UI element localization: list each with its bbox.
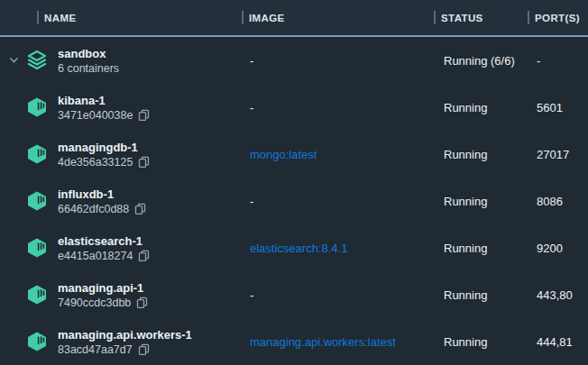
image-text: - bbox=[250, 54, 253, 68]
name-block: sandbox 6 containers bbox=[58, 47, 119, 75]
copy-icon[interactable] bbox=[138, 343, 150, 356]
image-cell: - bbox=[242, 101, 434, 114]
column-header-ports-label: PORT(S) bbox=[535, 13, 580, 23]
image-text: - bbox=[250, 101, 253, 114]
container-icon bbox=[25, 96, 49, 119]
column-divider bbox=[37, 11, 39, 24]
container-name: influxdb-1 bbox=[58, 187, 146, 201]
table-header: NAME IMAGE STATUS PORT(S) bbox=[0, 0, 588, 37]
container-name: managing.api-1 bbox=[58, 281, 148, 295]
ports-text: 443,80 bbox=[528, 288, 588, 302]
container-name: sandbox bbox=[58, 47, 119, 60]
table-row[interactable]: kibana-1 3471e040038e - Running 5601 bbox=[0, 84, 588, 131]
status-text: Running bbox=[434, 242, 528, 255]
column-divider bbox=[242, 11, 243, 24]
copy-icon[interactable] bbox=[136, 297, 148, 309]
status-text: Running bbox=[434, 101, 528, 114]
image-text: - bbox=[250, 288, 253, 302]
compose-stack-icon bbox=[25, 49, 49, 72]
table-row[interactable]: managing.api-1 7490ccdc3dbb - Running 44… bbox=[0, 271, 588, 318]
container-icon bbox=[25, 236, 49, 260]
column-header-name: NAME bbox=[0, 11, 242, 24]
ports-text: 444,81 bbox=[528, 335, 588, 349]
containers-table: NAME IMAGE STATUS PORT(S) bbox=[0, 0, 588, 365]
image-text: - bbox=[250, 195, 253, 208]
name-block: kibana-1 3471e040038e bbox=[58, 94, 150, 122]
name-cell: elasticsearch-1 e4415a018274 bbox=[0, 234, 242, 262]
image-cell: - bbox=[242, 195, 434, 208]
column-header-image-label: IMAGE bbox=[249, 13, 285, 23]
container-icon bbox=[25, 283, 49, 306]
name-block: managing.api-1 7490ccdc3dbb bbox=[58, 281, 148, 309]
name-cell: influxdb-1 66462dfc0d88 bbox=[0, 187, 242, 215]
name-cell: managingdb-1 4de356a33125 bbox=[0, 141, 242, 169]
image-cell: managing.api.workers:latest bbox=[242, 335, 434, 349]
table-row[interactable]: managingdb-1 4de356a33125 mongo:latest R… bbox=[0, 131, 588, 178]
container-icon bbox=[25, 142, 49, 166]
table-row[interactable]: sandbox 6 containers - Running (6/6) - bbox=[0, 37, 588, 84]
copy-icon[interactable] bbox=[138, 156, 150, 169]
status-text: Running (6/6) bbox=[434, 54, 528, 68]
container-id: 7490ccdc3dbb bbox=[58, 297, 131, 309]
name-block: managing.api.workers-1 83acd47aa7d7 bbox=[58, 328, 192, 356]
container-id: 3471e040038e bbox=[58, 109, 133, 122]
column-header-name-label: NAME bbox=[44, 13, 76, 23]
container-id: e4415a018274 bbox=[58, 250, 133, 262]
chevron-down-icon[interactable] bbox=[9, 57, 23, 64]
container-name: managingdb-1 bbox=[58, 141, 150, 154]
status-text: Running bbox=[434, 335, 528, 349]
column-divider bbox=[528, 11, 529, 24]
ports-text: 5601 bbox=[528, 101, 588, 114]
table-row[interactable]: influxdb-1 66462dfc0d88 - Running 8086 bbox=[0, 178, 588, 224]
column-header-ports: PORT(S) bbox=[528, 11, 588, 24]
column-header-image: IMAGE bbox=[242, 11, 434, 24]
image-cell: mongo:latest bbox=[242, 148, 434, 161]
container-id: 66462dfc0d88 bbox=[58, 203, 129, 215]
container-name: kibana-1 bbox=[58, 94, 150, 107]
ports-text: 27017 bbox=[528, 148, 588, 161]
table-body: sandbox 6 containers - Running (6/6) - bbox=[0, 37, 588, 365]
column-divider bbox=[434, 11, 436, 24]
name-cell: kibana-1 3471e040038e bbox=[0, 94, 242, 122]
status-text: Running bbox=[434, 195, 528, 208]
container-id: 4de356a33125 bbox=[58, 156, 133, 169]
name-cell: managing.api.workers-1 83acd47aa7d7 bbox=[0, 328, 242, 356]
container-name: managing.api.workers-1 bbox=[58, 328, 192, 342]
copy-icon[interactable] bbox=[138, 109, 150, 122]
name-cell: sandbox 6 containers bbox=[0, 47, 242, 75]
copy-icon[interactable] bbox=[134, 203, 146, 215]
column-header-status-label: STATUS bbox=[441, 13, 483, 23]
column-header-status: STATUS bbox=[434, 11, 528, 24]
container-icon bbox=[25, 189, 49, 213]
container-icon bbox=[25, 330, 49, 353]
name-block: managingdb-1 4de356a33125 bbox=[58, 141, 150, 169]
table-row[interactable]: managing.api.workers-1 83acd47aa7d7 mana… bbox=[0, 318, 588, 365]
container-id: 83acd47aa7d7 bbox=[58, 343, 133, 356]
table-row[interactable]: elasticsearch-1 e4415a018274 elasticsear… bbox=[0, 224, 588, 271]
container-id: 6 containers bbox=[58, 62, 119, 75]
image-cell: - bbox=[242, 288, 434, 302]
container-name: elasticsearch-1 bbox=[58, 234, 150, 248]
image-text[interactable]: managing.api.workers:latest bbox=[250, 335, 396, 349]
ports-text: 8086 bbox=[528, 195, 588, 208]
ports-text: 9200 bbox=[528, 242, 588, 255]
status-text: Running bbox=[434, 288, 528, 302]
image-text[interactable]: elasticsearch:8.4.1 bbox=[250, 242, 347, 255]
image-cell: elasticsearch:8.4.1 bbox=[242, 242, 434, 255]
image-text[interactable]: mongo:latest bbox=[250, 148, 317, 161]
status-text: Running bbox=[434, 148, 528, 161]
name-block: elasticsearch-1 e4415a018274 bbox=[58, 234, 150, 262]
image-cell: - bbox=[242, 54, 434, 68]
name-cell: managing.api-1 7490ccdc3dbb bbox=[0, 281, 242, 309]
ports-text: - bbox=[528, 54, 588, 68]
copy-icon[interactable] bbox=[138, 250, 150, 262]
name-block: influxdb-1 66462dfc0d88 bbox=[58, 187, 146, 215]
